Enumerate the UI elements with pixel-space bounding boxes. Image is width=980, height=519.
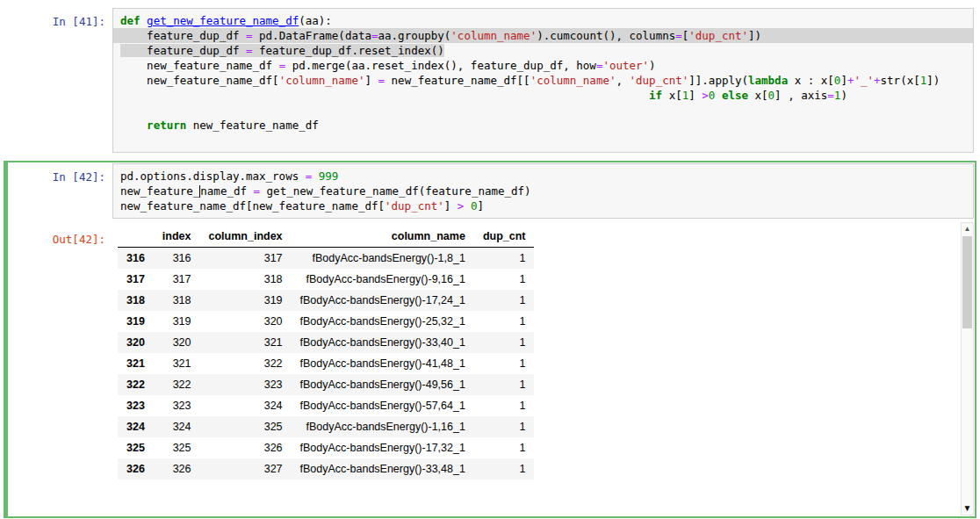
table-row: 320320321fBodyAcc-bandsEnergy()-33,40_11	[118, 332, 534, 353]
table-cell: fBodyAcc-bandsEnergy()-17,24_1	[292, 290, 474, 311]
table-cell: 319	[154, 311, 200, 332]
input-row-41: In [41]: def get_new_feature_name_df(aa)…	[9, 8, 974, 153]
table-header-row: indexcolumn_indexcolumn_namedup_cnt	[118, 226, 534, 248]
table-cell: 319	[200, 290, 292, 311]
table-cell: 1	[474, 437, 535, 458]
table-row: 326326327fBodyAcc-bandsEnergy()-33,48_11	[118, 458, 534, 479]
row-index: 322	[118, 374, 154, 395]
table-cell: 322	[154, 374, 200, 395]
table-cell: 320	[200, 311, 292, 332]
code-line: new_feature_name_df = pd.merge(aa.reset_…	[113, 58, 973, 73]
table-cell: fBodyAcc-bandsEnergy()-25,32_1	[292, 311, 474, 332]
table-cell: 325	[154, 437, 200, 458]
code-line: feature_dup_df = feature_dup_df.reset_in…	[113, 43, 973, 58]
column-header: column_index	[200, 226, 292, 248]
table-cell: fBodyAcc-bandsEnergy()-9,16_1	[292, 269, 474, 290]
table-cell: 1	[474, 353, 535, 374]
table-cell: 321	[200, 332, 292, 353]
table-cell: fBodyAcc-bandsEnergy()-41,48_1	[292, 353, 474, 374]
table-cell: 323	[154, 395, 200, 416]
table-row: 322322323fBodyAcc-bandsEnergy()-49,56_11	[118, 374, 534, 395]
column-header: index	[154, 226, 200, 248]
table-cell: 1	[474, 395, 535, 416]
row-index: 317	[118, 269, 154, 290]
row-index: 318	[118, 290, 154, 311]
table-cell: 1	[474, 248, 535, 270]
table-cell: 316	[154, 248, 200, 270]
code-line: def get_new_feature_name_df(aa):	[113, 13, 973, 28]
table-row: 323323324fBodyAcc-bandsEnergy()-57,64_11	[118, 395, 534, 416]
input-prompt-41: In [41]:	[9, 8, 112, 29]
row-index: 324	[118, 416, 154, 437]
table-row: 316316317fBodyAcc-bandsEnergy()-1,8_11	[118, 248, 534, 270]
table-cell: fBodyAcc-bandsEnergy()-33,48_1	[292, 458, 474, 479]
code-cell-42[interactable]: In [42]: pd.options.display.max_rows = 9…	[4, 161, 976, 518]
table-cell: 1	[474, 269, 535, 290]
column-header: dup_cnt	[474, 226, 535, 248]
table-cell: 318	[200, 269, 292, 290]
table-cell: 320	[154, 332, 200, 353]
table-cell: 1	[474, 311, 535, 332]
table-cell: fBodyAcc-bandsEnergy()-57,64_1	[292, 395, 474, 416]
table-row: 317317318fBodyAcc-bandsEnergy()-9,16_11	[118, 269, 534, 290]
table-cell: fBodyAcc-bandsEnergy()-17,32_1	[292, 437, 474, 458]
table-cell: 1	[474, 416, 535, 437]
code-content-41: def get_new_feature_name_df(aa): feature…	[113, 13, 973, 148]
code-editor-41[interactable]: def get_new_feature_name_df(aa): feature…	[112, 8, 974, 153]
output-area[interactable]: indexcolumn_indexcolumn_namedup_cnt31631…	[112, 220, 974, 515]
table-cell: 1	[474, 290, 535, 311]
code-cell-41[interactable]: In [41]: def get_new_feature_name_df(aa)…	[4, 5, 976, 155]
table-cell: 326	[154, 458, 200, 479]
code-line: pd.options.display.max_rows = 999	[113, 169, 973, 184]
table-cell: 322	[200, 353, 292, 374]
table-cell: 324	[154, 416, 200, 437]
table-cell: 317	[200, 248, 292, 270]
table-cell: 317	[154, 269, 200, 290]
table-cell: 326	[200, 437, 292, 458]
code-content-42: pd.options.display.max_rows = 999new_fea…	[113, 169, 973, 213]
table-cell: 324	[200, 395, 292, 416]
table-corner-cell	[118, 226, 154, 248]
scroll-up-icon[interactable]: ▲	[962, 223, 973, 235]
table-cell: 318	[154, 290, 200, 311]
row-index: 321	[118, 353, 154, 374]
table-row: 318318319fBodyAcc-bandsEnergy()-17,24_11	[118, 290, 534, 311]
code-line: if x[1] >0 else x[0] , axis=1)	[113, 88, 973, 103]
code-line: return new_feature_name_df	[113, 118, 973, 133]
table-cell: 327	[200, 458, 292, 479]
table-cell: 1	[474, 332, 535, 353]
scrollbar-thumb[interactable]	[962, 236, 972, 328]
row-index: 316	[118, 248, 154, 270]
table-row: 321321322fBodyAcc-bandsEnergy()-41,48_11	[118, 353, 534, 374]
table-cell: 1	[474, 374, 535, 395]
code-line: feature_dup_df = pd.DataFrame(data=aa.gr…	[113, 28, 973, 43]
table-cell: fBodyAcc-bandsEnergy()-33,40_1	[292, 332, 474, 353]
table-cell: fBodyAcc-bandsEnergy()-49,56_1	[292, 374, 474, 395]
output-prompt-42: Out[42]:	[9, 220, 112, 515]
table-cell: 321	[154, 353, 200, 374]
input-prompt-42: In [42]:	[9, 163, 112, 184]
table-cell: 1	[474, 458, 535, 479]
code-line: new_feature_name_df['column_name'] = new…	[113, 73, 973, 88]
row-index: 323	[118, 395, 154, 416]
table-row: 319319320fBodyAcc-bandsEnergy()-25,32_11	[118, 311, 534, 332]
row-index: 326	[118, 458, 154, 479]
code-line: new_feature_name_df = get_new_feature_na…	[113, 184, 973, 198]
table-cell: fBodyAcc-bandsEnergy()-1,8_1	[292, 248, 474, 270]
code-line: new_feature_name_df[new_feature_name_df[…	[113, 198, 973, 213]
table-cell: 323	[200, 374, 292, 395]
column-header: column_name	[292, 226, 474, 248]
table-row: 324324325fBodyAcc-bandsEnergy()-1,16_11	[118, 416, 534, 437]
input-row-42: In [42]: pd.options.display.max_rows = 9…	[9, 163, 974, 219]
row-index: 319	[118, 311, 154, 332]
table-row: 325325326fBodyAcc-bandsEnergy()-17,32_11	[118, 437, 534, 458]
code-line	[113, 103, 973, 118]
table-cell: 325	[200, 416, 292, 437]
output-scrollbar[interactable]: ▲ ▼	[961, 222, 974, 515]
scroll-down-icon[interactable]: ▼	[962, 502, 973, 515]
table-cell: fBodyAcc-bandsEnergy()-1,16_1	[292, 416, 474, 437]
output-row-42: Out[42]: indexcolumn_indexcolumn_namedup…	[9, 219, 974, 515]
notebook-page: In [41]: def get_new_feature_name_df(aa)…	[0, 0, 980, 519]
row-index: 320	[118, 332, 154, 353]
code-editor-42[interactable]: pd.options.display.max_rows = 999new_fea…	[112, 163, 974, 219]
